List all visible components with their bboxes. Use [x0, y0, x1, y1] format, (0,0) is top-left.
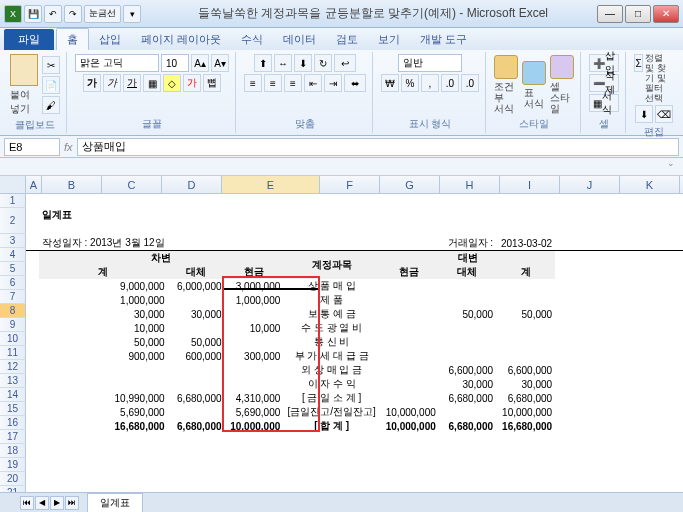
sort-filter-button[interactable]: 정렬 및 찾기 및 필터 선택 [645, 54, 673, 103]
row-header[interactable]: 14 [0, 388, 26, 402]
row-header[interactable]: 18 [0, 444, 26, 458]
dec-decimal-icon[interactable]: .0 [461, 74, 479, 92]
row-header[interactable]: 8 [0, 304, 26, 318]
row-header[interactable]: 4 [0, 248, 26, 262]
row-header[interactable]: 20 [0, 472, 26, 486]
redo-icon[interactable]: ↷ [64, 5, 82, 23]
tab-home[interactable]: 홈 [56, 28, 89, 50]
row-header[interactable]: 1 [0, 194, 26, 208]
row-header[interactable]: 15 [0, 402, 26, 416]
tab-data[interactable]: 데이터 [273, 29, 326, 50]
row-header[interactable]: 12 [0, 360, 26, 374]
col-header-h[interactable]: H [440, 176, 500, 193]
row-header[interactable]: 11 [0, 346, 26, 360]
row-header[interactable]: 3 [0, 234, 26, 248]
formula-expand-icon[interactable]: ⌄ [0, 158, 683, 176]
phonetic-icon[interactable]: 뼙 [203, 74, 221, 92]
tab-next-icon[interactable]: ▶ [50, 496, 64, 510]
col-header-b[interactable]: B [42, 176, 102, 193]
sheet-tab-active[interactable]: 일계표 [87, 493, 143, 512]
close-button[interactable]: ✕ [653, 5, 679, 23]
row-header[interactable]: 21 [0, 486, 26, 492]
format-painter-icon[interactable]: 🖌 [42, 96, 60, 114]
cond-format-button[interactable]: 조건부 서식 [494, 55, 518, 114]
fx-icon[interactable]: fx [64, 141, 73, 153]
paste-button[interactable]: 붙여넣기 [10, 54, 38, 116]
decrease-font-icon[interactable]: A▾ [211, 54, 229, 72]
minimize-button[interactable]: — [597, 5, 623, 23]
currency-icon[interactable]: ₩ [381, 74, 399, 92]
undo-icon[interactable]: ↶ [44, 5, 62, 23]
autosum-icon[interactable]: Σ [634, 54, 643, 72]
orientation-icon[interactable]: ↻ [314, 54, 332, 72]
italic-button[interactable]: 가 [103, 74, 121, 92]
excel-icon[interactable]: X [4, 5, 22, 23]
bold-button[interactable]: 가 [83, 74, 101, 92]
row-header[interactable]: 6 [0, 276, 26, 290]
tab-insert[interactable]: 삽입 [89, 29, 131, 50]
formula-input[interactable]: 상품매입 [77, 138, 679, 156]
underline-button[interactable]: 가 [123, 74, 141, 92]
cut-icon[interactable]: ✂ [42, 56, 60, 74]
qa-more-icon[interactable]: ▾ [123, 5, 141, 23]
align-bottom-icon[interactable]: ⬇ [294, 54, 312, 72]
wrap-text-icon[interactable]: ↩ [334, 54, 356, 72]
tab-developer[interactable]: 개발 도구 [410, 29, 477, 50]
align-left-icon[interactable]: ≡ [244, 74, 262, 92]
col-header-i[interactable]: I [500, 176, 560, 193]
maximize-button[interactable]: □ [625, 5, 651, 23]
row-header[interactable]: 2 [0, 208, 26, 234]
increase-font-icon[interactable]: A▴ [191, 54, 209, 72]
indent-dec-icon[interactable]: ⇤ [304, 74, 322, 92]
tab-review[interactable]: 검토 [326, 29, 368, 50]
row-header[interactable]: 9 [0, 318, 26, 332]
row-header[interactable]: 19 [0, 458, 26, 472]
name-box[interactable]: E8 [4, 138, 60, 156]
row-header[interactable]: 7 [0, 290, 26, 304]
cell-style-button[interactable]: 셀 스타일 [550, 55, 574, 114]
tab-prev-icon[interactable]: ◀ [35, 496, 49, 510]
align-center-icon[interactable]: ≡ [264, 74, 282, 92]
spreadsheet-grid[interactable]: A B C D E F G H I J K 123456789101112131… [0, 176, 683, 492]
tab-layout[interactable]: 페이지 레이아웃 [131, 29, 231, 50]
indent-inc-icon[interactable]: ⇥ [324, 74, 342, 92]
table-style-button[interactable]: 표 서식 [522, 61, 546, 109]
col-header-d[interactable]: D [162, 176, 222, 193]
row-header[interactable]: 17 [0, 430, 26, 444]
col-header-k[interactable]: K [620, 176, 680, 193]
file-tab[interactable]: 파일 [4, 29, 54, 50]
row-header[interactable]: 13 [0, 374, 26, 388]
col-header-e[interactable]: E [222, 176, 320, 193]
select-all-corner[interactable] [0, 176, 26, 193]
font-name-select[interactable]: 맑은 고딕 [75, 54, 159, 72]
align-middle-icon[interactable]: ↔ [274, 54, 292, 72]
align-right-icon[interactable]: ≡ [284, 74, 302, 92]
col-header-j[interactable]: J [560, 176, 620, 193]
row-header[interactable]: 16 [0, 416, 26, 430]
inc-decimal-icon[interactable]: .0 [441, 74, 459, 92]
clear-icon[interactable]: ⌫ [655, 105, 673, 123]
tab-formulas[interactable]: 수식 [231, 29, 273, 50]
save-icon[interactable]: 💾 [24, 5, 42, 23]
col-header-g[interactable]: G [380, 176, 440, 193]
font-size-select[interactable]: 10 [161, 54, 189, 72]
tab-view[interactable]: 보기 [368, 29, 410, 50]
border-icon[interactable]: ▦ [143, 74, 161, 92]
comma-icon[interactable]: , [421, 74, 439, 92]
row-header[interactable]: 10 [0, 332, 26, 346]
fill-icon[interactable]: ⬇ [635, 105, 653, 123]
copy-icon[interactable]: 📄 [42, 76, 60, 94]
qa-custom[interactable]: 눈금선 [84, 5, 121, 23]
number-format-select[interactable]: 일반 [398, 54, 462, 72]
align-top-icon[interactable]: ⬆ [254, 54, 272, 72]
fill-color-icon[interactable]: ◇ [163, 74, 181, 92]
format-cells-icon[interactable]: ▦서식 [589, 94, 619, 112]
col-header-c[interactable]: C [102, 176, 162, 193]
tab-first-icon[interactable]: ⏮ [20, 496, 34, 510]
row-header[interactable]: 5 [0, 262, 26, 276]
merge-icon[interactable]: ⬌ [344, 74, 366, 92]
col-header-f[interactable]: F [320, 176, 380, 193]
col-header-a[interactable]: A [26, 176, 42, 193]
tab-last-icon[interactable]: ⏭ [65, 496, 79, 510]
font-color-icon[interactable]: 가 [183, 74, 201, 92]
